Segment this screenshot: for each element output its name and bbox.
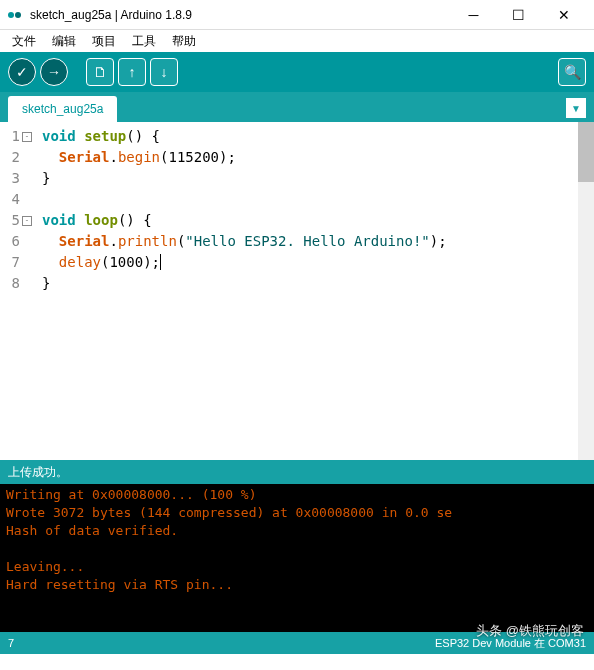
console-line: Leaving... xyxy=(6,559,84,574)
fold-icon[interactable]: - xyxy=(22,216,32,226)
tabbar: sketch_aug25a ▼ xyxy=(0,92,594,122)
upload-button[interactable]: → xyxy=(40,58,68,86)
titlebar: sketch_aug25a | Arduino 1.8.9 ─ ☐ ✕ xyxy=(0,0,594,30)
minimize-button[interactable]: ─ xyxy=(451,0,496,30)
console-line: Writing at 0x00008000... (100 %) xyxy=(6,487,256,502)
console-line: Wrote 3072 bytes (144 compressed) at 0x0… xyxy=(6,505,452,520)
code-editor[interactable]: 1- 2 3 4 5- 6 7 8 void setup() { Serial.… xyxy=(0,122,594,460)
console-line: Hard resetting via RTS pin... xyxy=(6,577,233,592)
open-button[interactable]: ↑ xyxy=(118,58,146,86)
console-line: Hash of data verified. xyxy=(6,523,178,538)
menu-file[interactable]: 文件 xyxy=(6,31,42,52)
line-gutter: 1- 2 3 4 5- 6 7 8 xyxy=(0,122,36,460)
menubar: 文件 编辑 项目 工具 帮助 xyxy=(0,30,594,52)
menu-edit[interactable]: 编辑 xyxy=(46,31,82,52)
scrollbar-thumb[interactable] xyxy=(578,122,594,182)
editor-scrollbar[interactable] xyxy=(578,122,594,460)
footer-bar: 7 ESP32 Dev Module 在 COM31 xyxy=(0,632,594,654)
new-button[interactable]: 🗋 xyxy=(86,58,114,86)
footer-board-info: ESP32 Dev Module 在 COM31 xyxy=(435,636,586,651)
close-button[interactable]: ✕ xyxy=(541,0,586,30)
menu-sketch[interactable]: 项目 xyxy=(86,31,122,52)
code-content[interactable]: void setup() { Serial.begin(115200); } v… xyxy=(36,122,594,460)
fold-icon[interactable]: - xyxy=(22,132,32,142)
serial-monitor-button[interactable]: 🔍 xyxy=(558,58,586,86)
tab-menu-button[interactable]: ▼ xyxy=(566,98,586,118)
text-cursor xyxy=(160,254,161,270)
menu-help[interactable]: 帮助 xyxy=(166,31,202,52)
window-title: sketch_aug25a | Arduino 1.8.9 xyxy=(30,8,451,22)
arduino-logo-icon xyxy=(8,7,24,23)
toolbar: ✓ → 🗋 ↑ ↓ 🔍 xyxy=(0,52,594,92)
tab-sketch[interactable]: sketch_aug25a xyxy=(8,96,117,122)
menu-tools[interactable]: 工具 xyxy=(126,31,162,52)
footer-line-number: 7 xyxy=(8,637,435,649)
verify-button[interactable]: ✓ xyxy=(8,58,36,86)
maximize-button[interactable]: ☐ xyxy=(496,0,541,30)
console-output[interactable]: Writing at 0x00008000... (100 %) Wrote 3… xyxy=(0,484,594,632)
save-button[interactable]: ↓ xyxy=(150,58,178,86)
status-bar: 上传成功。 xyxy=(0,460,594,484)
status-text: 上传成功。 xyxy=(8,465,68,479)
